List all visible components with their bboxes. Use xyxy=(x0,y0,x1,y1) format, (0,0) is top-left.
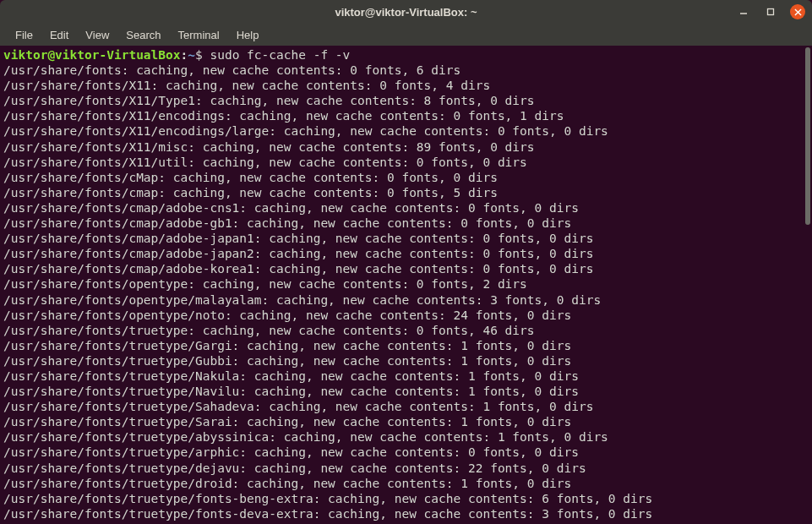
minimize-icon xyxy=(739,8,748,16)
svg-rect-1 xyxy=(768,9,774,15)
scrollbar[interactable] xyxy=(804,46,812,524)
prompt-sep: : xyxy=(181,48,188,62)
output-line: /usr/share/fonts/truetype/Navilu: cachin… xyxy=(3,384,809,399)
menu-search[interactable]: Search xyxy=(117,26,169,44)
output-line: /usr/share/fonts/cmap: caching, new cach… xyxy=(3,185,809,200)
menu-terminal[interactable]: Terminal xyxy=(170,26,228,44)
output-line: /usr/share/fonts/X11/util: caching, new … xyxy=(3,155,809,170)
window-controls xyxy=(736,4,805,19)
maximize-icon xyxy=(766,8,775,16)
scrollbar-thumb[interactable] xyxy=(805,47,810,225)
command-text: sudo fc-cache -f -v xyxy=(210,48,350,62)
output-line: /usr/share/fonts/truetype/droid: caching… xyxy=(3,476,809,491)
close-button[interactable] xyxy=(790,4,805,19)
output-line: /usr/share/fonts/truetype/Sahadeva: cach… xyxy=(3,399,809,414)
output-line: /usr/share/fonts/cmap/adobe-japan2: cach… xyxy=(3,246,809,261)
titlebar: viktor@viktor-VirtualBox: ~ xyxy=(0,0,812,24)
output-line: /usr/share/fonts: caching, new cache con… xyxy=(3,63,809,78)
output-line: /usr/share/fonts/opentype/noto: caching,… xyxy=(3,308,809,323)
maximize-button[interactable] xyxy=(763,4,778,19)
prompt-path: ~ xyxy=(188,48,195,62)
output-line: /usr/share/fonts/cmap/adobe-korea1: cach… xyxy=(3,261,809,276)
output-line: /usr/share/fonts/X11/encodings: caching,… xyxy=(3,108,809,123)
minimize-button[interactable] xyxy=(736,4,751,19)
output-line: /usr/share/fonts/truetype: caching, new … xyxy=(3,323,809,338)
terminal-output: /usr/share/fonts: caching, new cache con… xyxy=(3,63,809,521)
close-icon xyxy=(794,8,802,16)
output-line: /usr/share/fonts/truetype/Sarai: caching… xyxy=(3,414,809,429)
output-line: /usr/share/fonts/opentype/malayalam: cac… xyxy=(3,292,809,308)
output-line: /usr/share/fonts/cmap/adobe-gb1: caching… xyxy=(3,216,809,231)
output-line: /usr/share/fonts/opentype: caching, new … xyxy=(3,276,809,292)
menu-edit[interactable]: Edit xyxy=(41,26,77,44)
prompt-line: viktor@viktor-VirtualBox:~$ sudo fc-cach… xyxy=(3,47,809,63)
output-line: /usr/share/fonts/truetype/Gubbi: caching… xyxy=(3,353,809,368)
prompt-dollar: $ xyxy=(195,48,203,62)
output-line: /usr/share/fonts/truetype/dejavu: cachin… xyxy=(3,461,809,476)
prompt-user: viktor@viktor-VirtualBox xyxy=(3,48,181,62)
menubar: File Edit View Search Terminal Help xyxy=(0,24,812,46)
window-title: viktor@viktor-VirtualBox: ~ xyxy=(335,6,477,19)
menu-help[interactable]: Help xyxy=(228,26,268,44)
output-line: /usr/share/fonts/cmap/adobe-japan1: cach… xyxy=(3,231,809,246)
output-line: /usr/share/fonts/X11: caching, new cache… xyxy=(3,78,809,93)
output-line: /usr/share/fonts/truetype/fonts-deva-ext… xyxy=(3,506,809,521)
output-line: /usr/share/fonts/truetype/fonts-beng-ext… xyxy=(3,491,809,506)
menu-view[interactable]: View xyxy=(77,26,117,44)
output-line: /usr/share/fonts/truetype/abyssinica: ca… xyxy=(3,429,809,445)
output-line: /usr/share/fonts/X11/Type1: caching, new… xyxy=(3,93,809,108)
output-line: /usr/share/fonts/truetype/Gargi: caching… xyxy=(3,338,809,353)
output-line: /usr/share/fonts/truetype/arphic: cachin… xyxy=(3,445,809,460)
output-line: /usr/share/fonts/truetype/Nakula: cachin… xyxy=(3,368,809,384)
output-line: /usr/share/fonts/cmap/adobe-cns1: cachin… xyxy=(3,200,809,216)
output-line: /usr/share/fonts/X11/misc: caching, new … xyxy=(3,139,809,155)
output-line: /usr/share/fonts/cMap: caching, new cach… xyxy=(3,170,809,185)
menu-file[interactable]: File xyxy=(7,26,41,44)
output-line: /usr/share/fonts/X11/encodings/large: ca… xyxy=(3,123,809,139)
terminal-body[interactable]: viktor@viktor-VirtualBox:~$ sudo fc-cach… xyxy=(0,46,812,524)
